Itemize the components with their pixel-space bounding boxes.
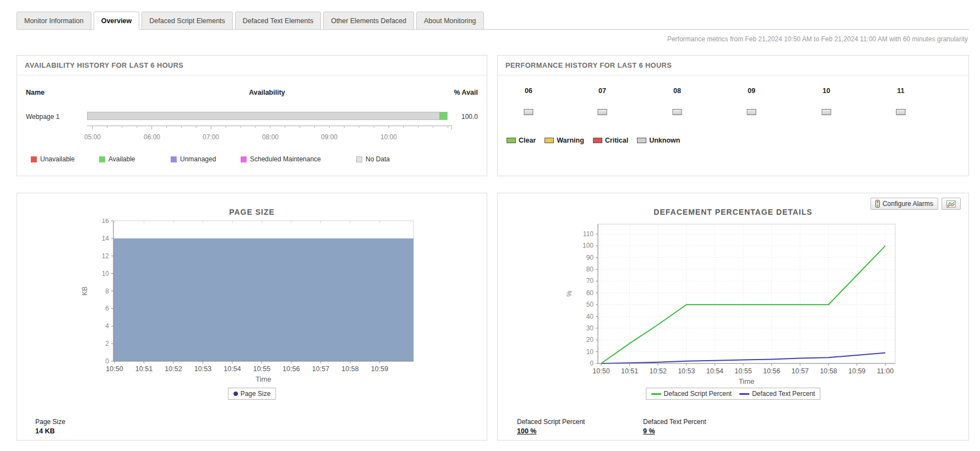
availability-panel-title: AVAILABILITY HISTORY FOR LAST 6 HOURS [17, 56, 487, 75]
legend-item-scheduled-maintenance: Scheduled Maintenance [241, 155, 321, 163]
legend-label: Unknown [649, 137, 680, 144]
legend-item-defaced-script-percent: Defaced Script Percent [651, 390, 732, 398]
legend-item-critical: Critical [593, 137, 628, 144]
defacement-chart-legend: Defaced Script Percent Defaced Text Perc… [646, 388, 821, 400]
configure-alarms-label: Configure Alarms [883, 200, 933, 208]
performance-history-panel: PERFORMANCE HISTORY FOR LAST 6 HOURS 06 … [497, 55, 969, 176]
legend-item-page-size: Page Size [233, 390, 271, 398]
svg-text:KB: KB [81, 286, 89, 296]
legend-label: Defaced Text Percent [752, 390, 815, 398]
defaced-script-percent-link[interactable]: 100 % [517, 427, 536, 435]
unmanaged-swatch-icon [171, 156, 177, 162]
hour-label: 08 [673, 87, 682, 95]
time-tick: 07:00 [203, 133, 219, 141]
time-tick: 05:00 [84, 133, 101, 141]
tab-defaced-script-elements[interactable]: Defaced Script Elements [141, 12, 233, 30]
tab-other-elements-defaced[interactable]: Other Elements Defaced [323, 12, 414, 30]
legend-item-warning: Warning [545, 137, 584, 144]
chart-settings-button[interactable] [941, 198, 961, 210]
scheduled-maintenance-swatch-icon [241, 156, 247, 162]
page-size-stat: Page Size 14 KB [35, 418, 66, 435]
svg-text:10:56: 10:56 [282, 365, 300, 373]
availability-history-panel: AVAILABILITY HISTORY FOR LAST 6 HOURS Na… [17, 55, 487, 176]
series-marker-icon [233, 392, 238, 396]
unknown-status-icon[interactable] [896, 109, 906, 115]
unknown-status-icon[interactable] [598, 109, 607, 115]
legend-item-unavailable: Unavailable [31, 155, 75, 163]
script-percent-line-icon [651, 393, 661, 395]
legend-item-unmanaged: Unmanaged [171, 155, 216, 163]
page-size-chart-title: PAGE SIZE [17, 208, 487, 216]
availability-bar [87, 112, 448, 120]
metrics-granularity-note: Performance metrics from Feb 21,2024 10:… [667, 35, 968, 43]
performance-legend: Clear Warning Critical Unknown [507, 137, 680, 144]
page-size-chart-legend: Page Size [228, 388, 276, 400]
monitor-name: Webpage 1 [26, 113, 59, 121]
svg-text:%: % [565, 291, 573, 297]
warning-swatch-icon [545, 138, 554, 143]
svg-text:10:52: 10:52 [165, 365, 182, 373]
hour-label: 06 [524, 87, 533, 95]
time-tick: 08:00 [262, 133, 279, 141]
time-tick: 09:00 [321, 133, 337, 141]
legend-item-no-data: No Data [356, 155, 390, 163]
unknown-status-icon[interactable] [524, 109, 533, 115]
unknown-swatch-icon [637, 138, 646, 143]
no-data-swatch-icon [356, 156, 362, 162]
page-size-panel: PAGE SIZE 024681012141610:5010:5110:5210… [17, 193, 487, 441]
performance-hour-column: 08 [673, 87, 682, 117]
legend-label: Scheduled Maintenance [250, 155, 321, 163]
svg-text:20: 20 [586, 336, 594, 344]
critical-swatch-icon [593, 138, 602, 143]
svg-text:10:55: 10:55 [734, 367, 752, 375]
tab-monitor-information[interactable]: Monitor Information [17, 12, 91, 30]
time-tick: 06:00 [144, 133, 160, 141]
availability-legend: Unavailable Available Unmanaged Schedule… [17, 155, 487, 163]
tab-bar: Monitor Information Overview Defaced Scr… [17, 10, 969, 30]
hour-label: 11 [896, 87, 906, 95]
performance-hour-column: 10 [822, 87, 831, 117]
availability-segment-no-data [88, 112, 439, 119]
stat-value: 14 KB [35, 427, 66, 435]
hour-label: 07 [598, 87, 607, 95]
text-percent-line-icon [739, 393, 749, 395]
svg-text:10:53: 10:53 [194, 365, 211, 373]
svg-text:100: 100 [582, 242, 594, 249]
performance-hour-column: 07 [598, 87, 607, 117]
tab-about-monitoring[interactable]: About Monitoring [416, 12, 484, 30]
performance-hour-column: 09 [747, 87, 756, 117]
stat-label: Defaced Script Percent [517, 418, 585, 426]
svg-text:4: 4 [105, 322, 109, 330]
legend-label: Defaced Script Percent [664, 390, 732, 398]
tab-overview[interactable]: Overview [94, 12, 140, 30]
svg-text:80: 80 [586, 265, 594, 273]
svg-text:0: 0 [105, 357, 109, 365]
svg-text:10:56: 10:56 [763, 367, 780, 375]
unknown-status-icon[interactable] [673, 109, 682, 115]
svg-text:10:55: 10:55 [253, 365, 270, 373]
svg-text:40: 40 [586, 313, 594, 320]
unknown-status-icon[interactable] [822, 109, 831, 115]
svg-text:10:54: 10:54 [706, 367, 723, 375]
configure-alarms-button[interactable]: Configure Alarms [870, 198, 938, 210]
tab-defaced-text-elements[interactable]: Defaced Text Elements [235, 12, 321, 30]
defaced-text-percent-link[interactable]: 9 % [643, 427, 655, 435]
svg-text:10:57: 10:57 [792, 367, 809, 375]
legend-item-clear: Clear [507, 137, 536, 144]
legend-label: Available [108, 155, 135, 163]
unknown-status-icon[interactable] [747, 109, 756, 115]
svg-text:10:59: 10:59 [371, 365, 388, 373]
svg-text:16: 16 [102, 219, 110, 225]
defaced-script-percent-stat: Defaced Script Percent 100 % [517, 418, 585, 435]
hour-label: 10 [822, 87, 831, 95]
svg-text:50: 50 [586, 301, 594, 308]
legend-label: Clear [519, 137, 536, 144]
legend-label: Page Size [241, 390, 271, 398]
clear-swatch-icon [507, 138, 516, 143]
svg-text:10:52: 10:52 [650, 367, 667, 375]
svg-text:70: 70 [586, 277, 594, 285]
page-size-chart: 024681012141610:5010:5110:5210:5310:5410… [17, 219, 487, 387]
legend-label: Critical [605, 137, 628, 144]
svg-text:10:51: 10:51 [135, 365, 153, 373]
available-swatch-icon [99, 156, 105, 162]
